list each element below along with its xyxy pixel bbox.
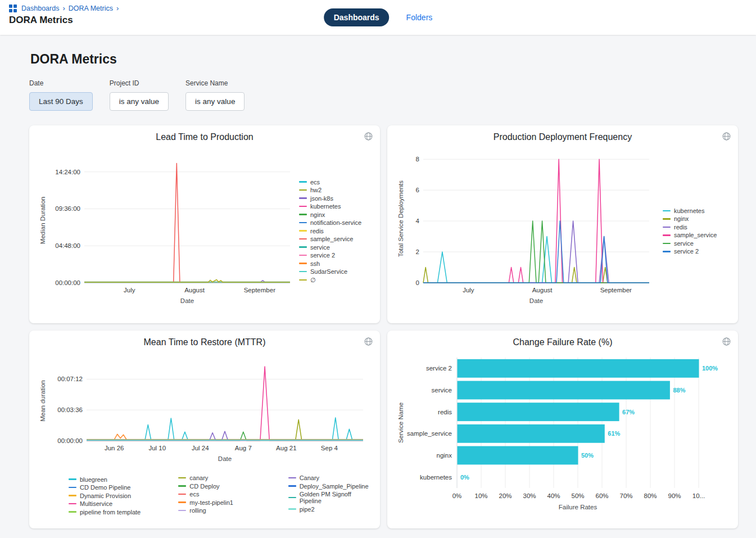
legend-swatch (299, 238, 307, 240)
legend-item-rolling[interactable]: rolling (178, 507, 262, 514)
axis-label: Total Service Deployments (397, 180, 404, 257)
legend-item-ecs[interactable]: ecs (299, 179, 361, 186)
filter-project-id-button[interactable]: is any value (110, 92, 169, 111)
legend-item-golden-pm-signoff-pipeline[interactable]: Golden PM Signoff Pipeline (288, 491, 372, 504)
legend-item-canary[interactable]: canary (178, 474, 262, 481)
bar-redis[interactable] (458, 403, 619, 421)
globe-icon[interactable] (722, 132, 731, 141)
dashboard-content: DORA Metrics Date Last 90 Days Project I… (0, 35, 756, 535)
tick-label: 04:48:00 (55, 242, 80, 249)
legend-item-hw2[interactable]: hw2 (299, 187, 361, 193)
legend-label: nginx (310, 211, 325, 218)
tick-label: 90% (668, 492, 681, 499)
legend-item-sample-service[interactable]: sample_service (663, 232, 717, 238)
legend-label: redis (310, 228, 324, 234)
legend-label: sample_service (310, 236, 353, 242)
legend-item-canary[interactable]: Canary (288, 474, 372, 481)
legend-item-pipeline-from-template[interactable]: pipeline from template (69, 509, 152, 516)
filter-project-id: Project ID is any value (110, 79, 169, 111)
legend-item-cd-deploy[interactable]: CD Deploy (178, 483, 262, 490)
category-label: nginx (437, 452, 452, 459)
bar-nginx[interactable] (458, 446, 578, 465)
legend-item-service[interactable]: service (299, 244, 361, 251)
legend-label: Canary (300, 474, 319, 481)
legend-item-kubernetes[interactable]: kubernetes (299, 203, 361, 210)
filter-date: Date Last 90 Days (29, 79, 93, 111)
legend-label: notification-service (310, 219, 361, 226)
legend-label: CD Demo Pipeline (80, 484, 130, 491)
filter-service-name-button[interactable]: is any value (185, 92, 245, 111)
legend-item-cd-demo-pipeline[interactable]: CD Demo Pipeline (69, 484, 152, 491)
legend-item-json-k8s[interactable]: json-k8s (299, 195, 361, 202)
chart-canvas: 0%10%20%30%40%50%60%70%80%90%10...servic… (394, 353, 728, 522)
card-head: Lead Time to Production (36, 132, 373, 147)
series-line-multiservice (87, 367, 363, 440)
axis-label: Service Name (397, 403, 404, 443)
category-label: service 2 (426, 365, 452, 372)
legend-swatch (69, 495, 76, 496)
globe-icon[interactable] (364, 132, 373, 141)
legend-item-ecs[interactable]: ecs (178, 491, 262, 498)
legend-label: CD Deploy (189, 483, 219, 490)
legend-item-service-2[interactable]: service 2 (299, 252, 361, 259)
legend-item-kubernetes[interactable]: kubernetes (663, 207, 717, 214)
legend-item-ssh[interactable]: ssh (299, 260, 361, 267)
bar-service[interactable] (458, 381, 670, 400)
category-label: redis (438, 409, 452, 415)
tick-label: 00:00:00 (57, 437, 83, 444)
legend-swatch (69, 487, 76, 489)
breadcrumb-dora-metrics[interactable]: DORA Metrics (69, 4, 113, 12)
filter-date-button[interactable]: Last 90 Days (29, 92, 93, 111)
legend-item-pipe2[interactable]: pipe2 (288, 506, 372, 513)
legend-swatch (663, 210, 671, 212)
bar-value-label: 61% (608, 430, 620, 437)
tick-label: Jul 24 (192, 445, 209, 451)
legend-label: ∅ (310, 277, 316, 284)
series-line-sample-service (84, 164, 290, 282)
tick-label: 6 (416, 187, 419, 193)
filter-project-id-label: Project ID (110, 79, 169, 87)
series-line-bluegreen (87, 418, 363, 440)
legend-swatch (663, 243, 671, 245)
legend-item-redis[interactable]: redis (663, 224, 717, 230)
axis-label: Failure Rates (559, 504, 597, 510)
legend-label: Dynamic Provision (80, 492, 131, 499)
globe-icon[interactable] (722, 337, 731, 346)
legend-item-multiservice[interactable]: Multiservice (69, 500, 152, 507)
axis-label: Date (180, 297, 194, 304)
legend-swatch (178, 485, 186, 487)
legend-item-service[interactable]: service (663, 240, 717, 247)
breadcrumb-dashboards[interactable]: Dashboards (21, 4, 59, 12)
legend-item-my-test-pipelin1[interactable]: my-test-pipelin1 (178, 499, 262, 506)
legend-item-service-2[interactable]: service 2 (663, 248, 717, 255)
tab-folders[interactable]: Folders (406, 13, 433, 22)
legend-item-redis[interactable]: redis (299, 228, 361, 234)
tick-label: 10... (692, 492, 705, 499)
tick-label: 4 (416, 218, 420, 224)
legend-item-notification-service[interactable]: notification-service (299, 219, 361, 226)
legend-label: sample_service (674, 232, 717, 238)
axis-label: Median Duration (39, 197, 46, 244)
legend-swatch (69, 503, 76, 505)
legend-swatch (299, 271, 307, 273)
tab-dashboards[interactable]: Dashboards (324, 8, 390, 26)
breadcrumb-separator: › (62, 4, 65, 12)
card-head: Mean Time to Restore (MTTR) (36, 337, 373, 352)
legend-item-deploy-sample-pipeline[interactable]: Deploy_Sample_Pipeline (288, 483, 372, 490)
tick-label: 0% (452, 492, 462, 499)
legend-item-sudarservice[interactable]: SudarService (299, 268, 361, 275)
legend-item-item[interactable]: ∅ (299, 277, 361, 284)
bar-sample-service[interactable] (458, 424, 605, 443)
legend-label: ssh (310, 260, 320, 267)
globe-icon[interactable] (364, 337, 373, 346)
tick-label: 00:07:12 (57, 376, 83, 382)
bar-value-label: 88% (673, 387, 685, 394)
bar-service-2[interactable] (458, 359, 699, 378)
legend-item-sample-service[interactable]: sample_service (299, 236, 361, 242)
legend-item-nginx[interactable]: nginx (663, 215, 717, 222)
legend-item-dynamic-provision[interactable]: Dynamic Provision (69, 492, 152, 499)
legend-label: ecs (189, 491, 199, 498)
legend-item-nginx[interactable]: nginx (299, 211, 361, 218)
chart-title-deployment-frequency: Production Deployment Frequency (394, 132, 731, 142)
legend-item-bluegreen[interactable]: bluegreen (69, 476, 152, 483)
